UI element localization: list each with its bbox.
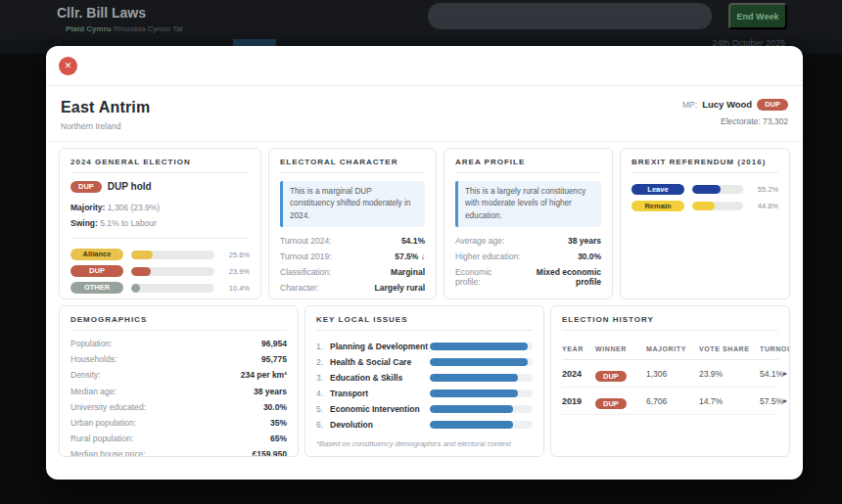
panel-2024-general-election: 2024 GENERAL ELECTION DUP DUP hold Major… [59, 148, 261, 299]
panel-area-profile: AREA PROFILE This is a largely rural con… [444, 148, 613, 299]
history-year: 2024 [562, 369, 595, 379]
stat-label: Population: [70, 339, 113, 348]
stat-value: 95,775 [261, 354, 287, 364]
history-row-2024[interactable]: 2024 DUP 1,306 23.9% 54.1% ▸ [562, 360, 778, 388]
panel-title: ELECTION HISTORY [562, 315, 778, 331]
issue-label: Economic Intervention [330, 404, 430, 414]
issue-bar [430, 389, 533, 397]
party-badge: Sinn Féin [70, 298, 123, 299]
close-icon[interactable]: ✕ [59, 57, 77, 75]
stat-label: Rural population: [70, 434, 133, 443]
stat-value: 57.5% ↓ [395, 252, 425, 261]
issue-rank: 6. [316, 420, 330, 430]
mp-label: MP: [682, 100, 697, 110]
panel-electoral-character: ELECTORAL CHARACTER This is a marginal D… [268, 148, 437, 299]
panel-demographics: DEMOGRAPHICS Population:96,954 Household… [59, 305, 299, 457]
history-vote-share: 14.7% [699, 396, 760, 406]
vote-share: 25.6% [222, 251, 250, 259]
issue-label: Transport [330, 389, 430, 398]
issue-row: 3. Education & Skills [316, 370, 533, 386]
stat-label: Median house price: [70, 449, 146, 457]
majority-label: Majority: [70, 203, 105, 212]
issue-label: Health & Social Care [330, 357, 430, 367]
stat-label: Median age: [70, 387, 117, 396]
top-bar-pill[interactable] [428, 3, 712, 29]
issue-row: 5. Economic Intervention [316, 401, 533, 417]
chevron-right-icon: ▸ [783, 369, 790, 378]
result-row: Sinn Féin 7.5% [70, 297, 250, 300]
electorate-value: Electorate: 73,302 [682, 116, 788, 126]
history-row-2019[interactable]: 2019 DUP 6,706 14.7% 57.5% ▸ [562, 388, 778, 415]
party-badge: OTHER [70, 282, 123, 294]
vote-bar [131, 284, 214, 293]
stat-value: 35% [270, 418, 287, 428]
referendum-bar [692, 202, 743, 210]
mp-party-badge: DUP [757, 99, 788, 111]
stat-label: Average age: [455, 236, 504, 246]
party-badge: DUP [70, 265, 123, 277]
issue-bar [430, 343, 533, 350]
stat-label: Density: [70, 370, 101, 380]
player-area: Rhondda Cynon Taf [114, 24, 183, 33]
stat-label: Households: [70, 354, 117, 364]
chevron-right-icon: ▸ [783, 396, 790, 405]
issue-rank: 1. [316, 342, 330, 351]
col-majority: MAJORITY [646, 345, 699, 352]
referendum-row: Remain 44.8% [632, 198, 778, 214]
vote-bar [131, 267, 214, 276]
stat-value: Marginal [391, 267, 425, 277]
result-row: OTHER 10.4% [70, 280, 250, 297]
area-note: This is a largely rural constituency wit… [455, 181, 601, 227]
history-turnout: 54.1% [760, 369, 783, 379]
referendum-row: Leave 55.2% [632, 181, 778, 198]
stat-label: University educated: [70, 402, 146, 412]
stat-value: 96,954 [261, 339, 287, 348]
history-header-row: YEAR WINNER MAJORITY VOTE SHARE TURNOUT [562, 339, 778, 360]
issue-rank: 4. [316, 389, 330, 398]
modal-header: East Antrim Northern Ireland MP: Lucy Wo… [46, 86, 803, 142]
issue-row: 6. Devolution [316, 417, 533, 433]
referendum-bar [692, 185, 743, 194]
col-year: YEAR [562, 345, 595, 352]
history-majority: 1,306 [646, 369, 699, 379]
panel-title: DEMOGRAPHICS [70, 315, 287, 331]
history-majority: 6,706 [646, 396, 699, 406]
panel-title: KEY LOCAL ISSUES [316, 315, 533, 331]
majority-value: 1,306 (23.9%) [108, 203, 160, 212]
stat-value: Largely rural [375, 283, 426, 293]
panel-title: BREXIT REFERENDUM (2016) [632, 158, 778, 173]
stat-value: 38 years [254, 387, 287, 396]
player-party: Plaid Cymru [66, 24, 112, 33]
col-vote-share: VOTE SHARE [699, 345, 760, 352]
history-vote-share: 23.9% [699, 369, 760, 379]
stat-label: Turnout 2019: [280, 252, 332, 261]
issue-row: 2. Health & Social Care [316, 354, 533, 370]
stat-value: 65% [270, 434, 287, 443]
winner-badge: DUP [595, 398, 627, 410]
issue-label: Devolution [330, 420, 430, 430]
issue-rank: 2. [316, 357, 330, 367]
col-winner: WINNER [595, 345, 646, 352]
vote-bar [131, 251, 214, 259]
stat-value: 38 years [568, 236, 601, 246]
stat-value: Mixed economic profile [515, 267, 601, 287]
page-title: East Antrim [61, 99, 150, 116]
stat-value: £159,950 [253, 449, 287, 457]
col-turnout: TURNOUT [760, 345, 790, 352]
holder-party-badge: DUP [70, 181, 102, 193]
panel-title: ELECTORAL CHARACTER [280, 158, 425, 173]
constituency-modal: ✕ East Antrim Northern Ireland MP: Lucy … [46, 46, 803, 480]
stat-value: 54.1% [401, 236, 425, 246]
result-label: DUP hold [108, 181, 152, 192]
issue-row: 4. Transport [316, 386, 533, 401]
issue-bar [430, 421, 533, 429]
stat-value: 234 per km² [241, 370, 287, 380]
panel-title: AREA PROFILE [455, 158, 601, 173]
stat-label: Turnout 2024: [280, 236, 332, 246]
issue-row: 1. Planning & Development [316, 339, 533, 354]
end-week-button[interactable]: End Week [728, 3, 787, 29]
panel-brexit-referendum: BREXIT REFERENDUM (2016) Leave 55.2% Rem… [620, 148, 790, 299]
swing-value: 5.1% to Labour [100, 218, 157, 228]
history-turnout: 57.5% [760, 396, 783, 406]
mp-name: Lucy Wood [702, 99, 752, 110]
